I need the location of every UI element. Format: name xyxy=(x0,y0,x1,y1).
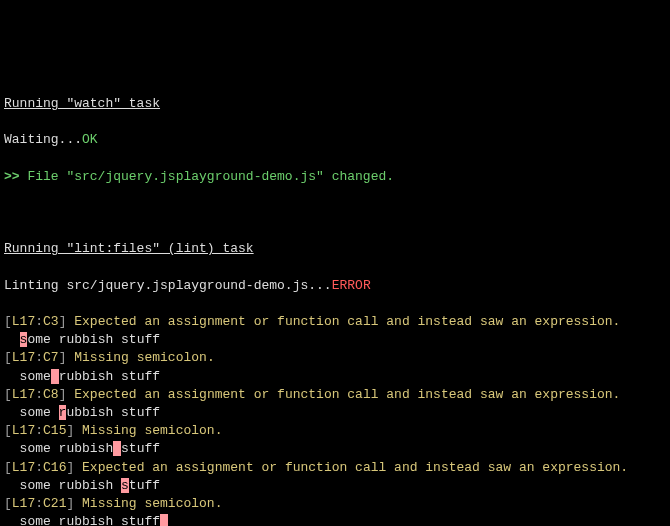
terminal-output: Running "watch" task Waiting...OK >> Fil… xyxy=(4,77,666,526)
loc-bracket: [ xyxy=(4,350,12,365)
error-msg: Missing semicolon. xyxy=(66,350,214,365)
error-context: some rubbish stuff xyxy=(4,477,666,495)
error-context: some rubbish stuff xyxy=(4,368,666,386)
linting-prefix: Linting xyxy=(4,278,66,293)
ctx-caret xyxy=(113,441,121,456)
loc-col: C3 xyxy=(43,314,59,329)
ctx-pre: some xyxy=(4,405,59,420)
loc-col: C16 xyxy=(43,460,66,475)
loc-col: C21 xyxy=(43,496,66,511)
loc-col: C7 xyxy=(43,350,59,365)
file-changed-prefix: >> xyxy=(4,169,27,184)
error-msg: Expected an assignment or function call … xyxy=(74,460,628,475)
ctx-caret: s xyxy=(121,478,129,493)
loc-col: C8 xyxy=(43,387,59,402)
ctx-post: stuff xyxy=(121,441,160,456)
lint-error: [L17:C7] Missing semicolon. xyxy=(4,349,666,367)
ctx-post: ubbish stuff xyxy=(66,405,160,420)
error-msg: Expected an assignment or function call … xyxy=(66,314,620,329)
loc-bracket: [ xyxy=(4,496,12,511)
lint-task-header: Running "lint:files" (lint) task xyxy=(4,241,254,256)
error-label: ERROR xyxy=(332,278,371,293)
ctx-post: rubbish stuff xyxy=(59,369,160,384)
loc-line: L17 xyxy=(12,496,35,511)
loc-colon: : xyxy=(35,496,43,511)
ctx-caret xyxy=(51,369,59,384)
lint-error: [L17:C21] Missing semicolon. xyxy=(4,495,666,513)
error-list: [L17:C3] Expected an assignment or funct… xyxy=(4,313,666,526)
error-msg: Missing semicolon. xyxy=(74,423,222,438)
loc-line: L17 xyxy=(12,460,35,475)
file-changed-text: File "src/jquery.jsplayground-demo.js" c… xyxy=(27,169,394,184)
loc-colon: : xyxy=(35,350,43,365)
waiting-text: Waiting... xyxy=(4,132,82,147)
ctx-post: tuff xyxy=(129,478,160,493)
loc-colon: : xyxy=(35,314,43,329)
ctx-caret xyxy=(160,514,168,526)
linting-suffix: ... xyxy=(308,278,331,293)
watch-task-header: Running "watch" task xyxy=(4,96,160,111)
ctx-pre: some rubbish xyxy=(4,441,113,456)
error-context: some rubbish stuff xyxy=(4,513,666,526)
ctx-pre: some xyxy=(4,369,51,384)
lint-error: [L17:C15] Missing semicolon. xyxy=(4,422,666,440)
loc-line: L17 xyxy=(12,387,35,402)
blank-line xyxy=(4,204,666,222)
ctx-post: ome rubbish stuff xyxy=(27,332,160,347)
ctx-pre xyxy=(4,332,20,347)
lint-error: [L17:C16] Expected an assignment or func… xyxy=(4,459,666,477)
loc-line: L17 xyxy=(12,350,35,365)
linting-file: src/jquery.jsplayground-demo.js xyxy=(66,278,308,293)
ctx-pre: some rubbish stuff xyxy=(4,514,160,526)
loc-colon: : xyxy=(35,460,43,475)
loc-line: L17 xyxy=(12,314,35,329)
loc-bracket: [ xyxy=(4,460,12,475)
loc-colon: : xyxy=(35,387,43,402)
error-msg: Expected an assignment or function call … xyxy=(66,387,620,402)
lint-error: [L17:C8] Expected an assignment or funct… xyxy=(4,386,666,404)
loc-line: L17 xyxy=(12,423,35,438)
error-context: some rubbish stuff xyxy=(4,440,666,458)
lint-error: [L17:C3] Expected an assignment or funct… xyxy=(4,313,666,331)
loc-colon: : xyxy=(35,423,43,438)
ctx-pre: some rubbish xyxy=(4,478,121,493)
loc-bracket: [ xyxy=(4,314,12,329)
loc-bracket: [ xyxy=(4,423,12,438)
error-context: some rubbish stuff xyxy=(4,331,666,349)
error-msg: Missing semicolon. xyxy=(74,496,222,511)
ok-text: OK xyxy=(82,132,98,147)
error-context: some rubbish stuff xyxy=(4,404,666,422)
loc-bracket: [ xyxy=(4,387,12,402)
loc-col: C15 xyxy=(43,423,66,438)
